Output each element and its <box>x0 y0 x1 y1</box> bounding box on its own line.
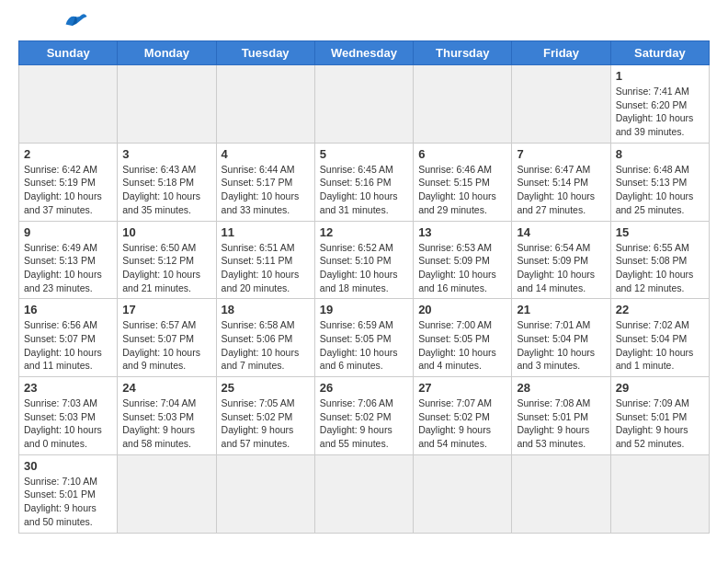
day-number: 10 <box>122 225 210 239</box>
day-cell: 10Sunrise: 6:50 AMSunset: 5:12 PMDayligh… <box>118 221 216 299</box>
weekday-header-tuesday: Tuesday <box>216 41 314 65</box>
day-number: 7 <box>517 147 605 161</box>
day-number: 24 <box>122 381 210 395</box>
day-info: Sunrise: 7:00 AMSunset: 5:05 PMDaylight:… <box>418 318 506 373</box>
day-info: Sunrise: 7:05 AMSunset: 5:02 PMDaylight:… <box>222 396 310 451</box>
day-cell: 29Sunrise: 7:09 AMSunset: 5:01 PMDayligh… <box>610 377 709 455</box>
day-info: Sunrise: 7:04 AMSunset: 5:03 PMDaylight:… <box>122 396 210 451</box>
day-info: Sunrise: 6:42 AMSunset: 5:19 PMDaylight:… <box>24 163 112 217</box>
day-number: 12 <box>320 225 408 239</box>
day-info: Sunrise: 6:44 AMSunset: 5:17 PMDaylight:… <box>222 163 310 217</box>
day-number: 20 <box>418 303 506 316</box>
day-info: Sunrise: 6:49 AMSunset: 5:13 PMDaylight:… <box>24 241 112 295</box>
day-info: Sunrise: 7:03 AMSunset: 5:03 PMDaylight:… <box>24 396 112 451</box>
day-cell: 14Sunrise: 6:54 AMSunset: 5:09 PMDayligh… <box>512 221 610 299</box>
day-cell: 21Sunrise: 7:01 AMSunset: 5:04 PMDayligh… <box>512 299 610 377</box>
day-number: 26 <box>320 381 408 395</box>
weekday-header-wednesday: Wednesday <box>314 41 413 65</box>
day-cell: 7Sunrise: 6:47 AMSunset: 5:14 PMDaylight… <box>512 143 610 221</box>
week-row-4: 16Sunrise: 6:56 AMSunset: 5:07 PMDayligh… <box>19 299 710 377</box>
day-cell <box>118 454 216 533</box>
day-info: Sunrise: 6:46 AMSunset: 5:15 PMDaylight:… <box>418 163 506 217</box>
day-number: 25 <box>222 381 310 395</box>
day-number: 18 <box>222 303 310 316</box>
day-info: Sunrise: 6:53 AMSunset: 5:09 PMDaylight:… <box>418 241 506 295</box>
day-number: 3 <box>122 147 210 161</box>
day-cell: 28Sunrise: 7:08 AMSunset: 5:01 PMDayligh… <box>512 377 610 455</box>
day-info: Sunrise: 6:51 AMSunset: 5:11 PMDaylight:… <box>222 241 310 295</box>
day-info: Sunrise: 6:56 AMSunset: 5:07 PMDaylight:… <box>24 318 112 373</box>
day-number: 15 <box>616 225 704 239</box>
day-cell <box>216 65 314 144</box>
day-cell <box>118 65 216 144</box>
day-cell <box>512 65 610 144</box>
day-number: 11 <box>222 225 310 239</box>
day-number: 17 <box>122 303 210 316</box>
day-number: 27 <box>418 381 506 395</box>
day-info: Sunrise: 6:48 AMSunset: 5:13 PMDaylight:… <box>616 163 704 217</box>
day-info: Sunrise: 6:47 AMSunset: 5:14 PMDaylight:… <box>517 163 605 217</box>
day-number: 8 <box>616 147 704 161</box>
day-cell <box>19 65 118 144</box>
day-info: Sunrise: 7:06 AMSunset: 5:02 PMDaylight:… <box>320 396 408 451</box>
day-cell: 25Sunrise: 7:05 AMSunset: 5:02 PMDayligh… <box>216 377 314 455</box>
day-info: Sunrise: 6:45 AMSunset: 5:16 PMDaylight:… <box>320 163 408 217</box>
day-number: 5 <box>320 147 408 161</box>
day-number: 14 <box>517 225 605 239</box>
day-number: 16 <box>24 303 112 316</box>
day-cell: 12Sunrise: 6:52 AMSunset: 5:10 PMDayligh… <box>314 221 413 299</box>
day-number: 19 <box>320 303 408 316</box>
week-row-2: 2Sunrise: 6:42 AMSunset: 5:19 PMDaylight… <box>19 143 710 221</box>
day-cell: 1Sunrise: 7:41 AMSunset: 6:20 PMDaylight… <box>610 65 709 144</box>
day-cell: 22Sunrise: 7:02 AMSunset: 5:04 PMDayligh… <box>610 299 709 377</box>
day-cell: 24Sunrise: 7:04 AMSunset: 5:03 PMDayligh… <box>118 377 216 455</box>
day-cell: 13Sunrise: 6:53 AMSunset: 5:09 PMDayligh… <box>414 221 512 299</box>
day-cell: 30Sunrise: 7:10 AMSunset: 5:01 PMDayligh… <box>19 454 118 533</box>
day-info: Sunrise: 6:55 AMSunset: 5:08 PMDaylight:… <box>616 241 704 295</box>
day-cell: 18Sunrise: 6:58 AMSunset: 5:06 PMDayligh… <box>216 299 314 377</box>
day-info: Sunrise: 6:54 AMSunset: 5:09 PMDaylight:… <box>517 241 605 295</box>
logo <box>18 15 88 31</box>
day-cell: 17Sunrise: 6:57 AMSunset: 5:07 PMDayligh… <box>118 299 216 377</box>
day-cell: 27Sunrise: 7:07 AMSunset: 5:02 PMDayligh… <box>414 377 512 455</box>
weekday-header-friday: Friday <box>512 41 610 65</box>
weekday-header-thursday: Thursday <box>414 41 512 65</box>
day-number: 1 <box>616 69 704 83</box>
day-number: 13 <box>418 225 506 239</box>
day-cell: 9Sunrise: 6:49 AMSunset: 5:13 PMDaylight… <box>19 221 118 299</box>
day-info: Sunrise: 6:50 AMSunset: 5:12 PMDaylight:… <box>122 241 210 295</box>
day-info: Sunrise: 7:10 AMSunset: 5:01 PMDaylight:… <box>24 475 112 529</box>
week-row-6: 30Sunrise: 7:10 AMSunset: 5:01 PMDayligh… <box>19 454 710 533</box>
day-info: Sunrise: 6:59 AMSunset: 5:05 PMDaylight:… <box>320 318 408 373</box>
day-info: Sunrise: 7:01 AMSunset: 5:04 PMDaylight:… <box>517 318 605 373</box>
day-cell: 19Sunrise: 6:59 AMSunset: 5:05 PMDayligh… <box>314 299 413 377</box>
day-cell <box>512 454 610 533</box>
weekday-header-monday: Monday <box>118 41 216 65</box>
day-info: Sunrise: 7:02 AMSunset: 5:04 PMDaylight:… <box>616 318 704 373</box>
day-number: 23 <box>24 381 112 395</box>
day-cell <box>216 454 314 533</box>
week-row-5: 23Sunrise: 7:03 AMSunset: 5:03 PMDayligh… <box>19 377 710 455</box>
day-number: 2 <box>24 147 112 161</box>
week-row-1: 1Sunrise: 7:41 AMSunset: 6:20 PMDaylight… <box>19 65 710 144</box>
header <box>18 15 710 31</box>
week-row-3: 9Sunrise: 6:49 AMSunset: 5:13 PMDaylight… <box>19 221 710 299</box>
day-info: Sunrise: 7:08 AMSunset: 5:01 PMDaylight:… <box>517 396 605 451</box>
day-cell: 6Sunrise: 6:46 AMSunset: 5:15 PMDaylight… <box>414 143 512 221</box>
day-cell <box>414 65 512 144</box>
day-cell: 5Sunrise: 6:45 AMSunset: 5:16 PMDaylight… <box>314 143 413 221</box>
day-cell: 8Sunrise: 6:48 AMSunset: 5:13 PMDaylight… <box>610 143 709 221</box>
day-cell <box>314 65 413 144</box>
day-cell: 20Sunrise: 7:00 AMSunset: 5:05 PMDayligh… <box>414 299 512 377</box>
day-number: 28 <box>517 381 605 395</box>
day-number: 21 <box>517 303 605 316</box>
day-cell: 2Sunrise: 6:42 AMSunset: 5:19 PMDaylight… <box>19 143 118 221</box>
day-cell <box>314 454 413 533</box>
day-number: 9 <box>24 225 112 239</box>
day-number: 4 <box>222 147 310 161</box>
day-cell: 23Sunrise: 7:03 AMSunset: 5:03 PMDayligh… <box>19 377 118 455</box>
day-info: Sunrise: 6:52 AMSunset: 5:10 PMDaylight:… <box>320 241 408 295</box>
logo-bird-icon <box>63 11 88 31</box>
day-info: Sunrise: 7:41 AMSunset: 6:20 PMDaylight:… <box>616 85 704 139</box>
day-cell: 16Sunrise: 6:56 AMSunset: 5:07 PMDayligh… <box>19 299 118 377</box>
